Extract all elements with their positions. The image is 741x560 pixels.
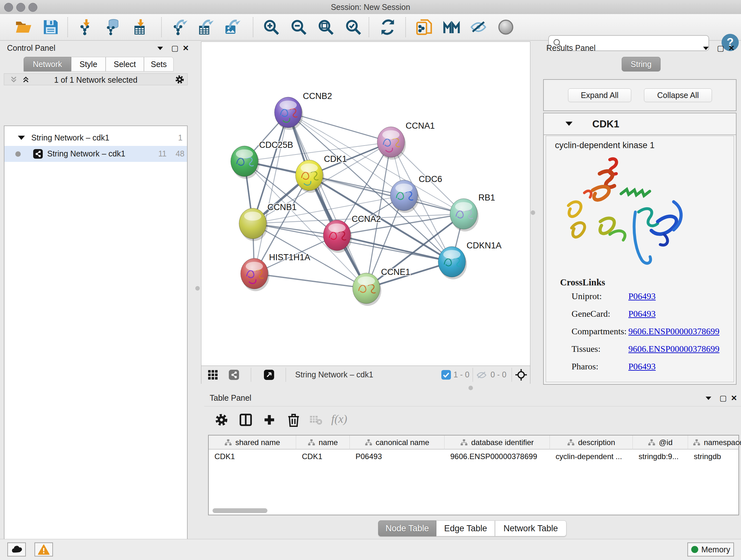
function-builder-icon[interactable]: f(x) [331,412,347,426]
zoom-in-icon[interactable] [262,18,280,37]
table-cell[interactable]: 9606.ENSP00000378699 [445,449,550,463]
toolbar-separator [368,17,369,37]
node-label-RB1: RB1 [478,193,495,202]
tab-style[interactable]: Style [71,57,106,71]
column-type-icon [460,439,468,446]
fit-content-crosshair-icon[interactable] [515,369,527,381]
table-settings-gear-icon[interactable] [215,414,228,426]
protein-structure-image [562,154,690,278]
network-canvas[interactable]: CCNB2CCNA1CDC25BCDK1CDC6RB1CCNB1CCNA2CDK… [202,42,530,365]
show-all-icon[interactable] [496,18,515,37]
network-list: String Network – cdk1 1 String Network –… [4,125,188,560]
save-session-icon[interactable] [42,18,60,37]
crosslink-label: Uniprot: [571,291,602,301]
crosslink-value-link[interactable]: 9606.ENSP00000378699 [628,326,719,336]
network-tree-root-row[interactable]: String Network – cdk1 1 [4,131,187,146]
selected-count-label: 1 - 0 [454,370,469,379]
column-header--id[interactable]: @id [633,435,688,449]
node-label-CDC25B: CDC25B [259,140,293,150]
table-cell[interactable]: stringdb:9... [633,449,688,463]
new-network-from-selection-icon[interactable] [415,18,433,37]
export-image-icon[interactable] [223,18,242,37]
tab-node-table[interactable]: Node Table [378,520,436,537]
horizontal-scrollbar[interactable] [212,508,267,513]
network-edge[interactable] [337,235,452,262]
network-edge[interactable] [254,112,288,273]
left-splitter-handle[interactable] [195,286,200,291]
column-header-description[interactable]: description [550,435,633,449]
zoom-selected-icon[interactable] [344,18,362,37]
show-columns-icon[interactable] [239,414,252,426]
grid-view-icon[interactable] [208,370,218,380]
import-table-from-file-icon[interactable] [131,18,149,37]
table-cell[interactable]: CDK1 [296,449,350,463]
gene-accordion-header[interactable]: CDK1 [544,113,736,135]
memory-button[interactable]: Memory [687,543,734,557]
column-header-database-identifier[interactable]: database identifier [445,435,550,449]
expand-all-button[interactable]: Expand All [568,88,631,102]
column-header-canonical-name[interactable]: canonical name [350,435,445,449]
collapse-all-button[interactable]: Collapse All [644,88,712,102]
table-cell[interactable]: CDK1 [209,449,296,463]
birds-eye-view-icon[interactable] [264,370,274,380]
float-panel-icon[interactable] [702,393,715,403]
import-network-from-database-icon[interactable] [104,18,122,37]
table-panel-title: Table Panel [210,393,252,402]
apply-layout-icon[interactable] [379,18,397,37]
network-edge[interactable] [288,112,391,142]
close-panel-icon[interactable]: ✕ [725,43,738,54]
window-title: Session: New Session [0,3,741,12]
table-cell[interactable]: stringdb [688,449,741,463]
table-row[interactable]: CDK1CDK1P064939606.ENSP00000378699cyclin… [209,449,738,463]
column-type-icon [308,439,315,446]
hide-selection-icon[interactable] [469,18,488,37]
right-splitter-handle[interactable] [531,210,535,215]
network-options-gear-icon[interactable] [175,75,184,84]
close-panel-icon[interactable]: ✕ [179,43,192,54]
cloud-status-button[interactable] [7,543,26,557]
column-type-icon [224,439,232,446]
selected-checkbox-icon[interactable] [441,370,451,380]
table-cell[interactable]: cyclin-dependent ... [550,449,633,463]
string-view-icon[interactable] [229,370,239,380]
delete-row-trash-icon[interactable] [287,413,300,427]
warning-status-button[interactable] [35,543,53,557]
delete-table-icon[interactable] [310,415,322,425]
node-label-CCNB1: CCNB1 [267,202,297,212]
tab-sets[interactable]: Sets [144,57,174,71]
crosslinks-list: Uniprot:P06493GeneCard:P06493Compartment… [546,291,734,379]
network-edge[interactable] [254,273,366,288]
close-panel-icon[interactable]: ✕ [728,393,740,403]
open-session-icon[interactable] [14,18,33,37]
first-neighbors-icon[interactable] [442,18,461,37]
tree-expand-icon[interactable] [18,136,25,140]
tab-string[interactable]: String [622,57,661,71]
zoom-fit-icon[interactable] [317,18,335,37]
column-header-name[interactable]: name [296,435,350,449]
crosslink-value-link[interactable]: P06493 [628,291,656,301]
crosslink-value-link[interactable]: P06493 [628,361,656,372]
toolbar-separator [67,17,68,37]
table-toolbar: f(x) [204,406,741,435]
column-header-shared-name[interactable]: shared name [209,435,296,449]
export-table-icon[interactable] [197,18,215,37]
tab-select[interactable]: Select [106,57,144,71]
table-cell[interactable]: P06493 [350,449,445,463]
network-status-dot [15,151,21,157]
gene-accordion: CDK1 cyclin-dependent kinase 1 [543,113,737,385]
network-selection-bar: 1 of 1 Network selected [4,73,188,85]
import-network-from-file-icon[interactable] [77,18,95,37]
zoom-out-icon[interactable] [289,18,308,37]
crosslink-value-link[interactable]: P06493 [628,309,656,319]
accordion-collapse-icon[interactable] [565,122,572,126]
tab-edge-table[interactable]: Edge Table [436,520,495,537]
network-tree-child-row-selected[interactable]: String Network – cdk1 11 48 [4,146,187,162]
tab-network-table[interactable]: Network Table [495,520,566,537]
export-network-icon[interactable] [171,18,189,37]
crosslink-value-link[interactable]: 9606.ENSP00000378699 [628,344,719,354]
float-panel-icon[interactable] [699,43,712,54]
column-header-namespace[interactable]: namespace [688,435,741,449]
tab-network[interactable]: Network [23,57,71,71]
add-row-plus-icon[interactable] [263,414,276,426]
float-panel-icon[interactable] [154,43,166,54]
